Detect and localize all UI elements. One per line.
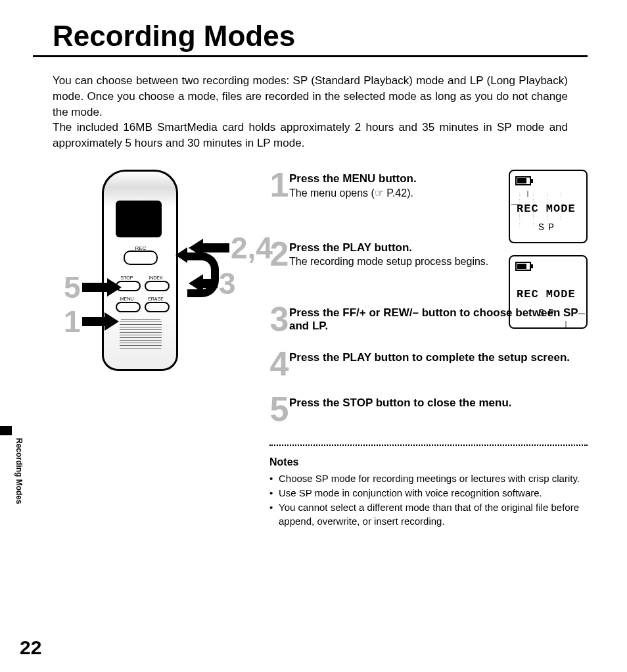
steps-column: : : : : : : :: : : : : : : REC MODE : : …	[243, 170, 588, 529]
lcd-previews: : : : : : : :: : : : : : : REC MODE : : …	[509, 170, 588, 341]
index-button-icon	[145, 281, 170, 291]
side-tab: Recording Modes	[0, 426, 33, 538]
intro-p1: You can choose between two recording mod…	[53, 74, 568, 118]
note-item: Use SP mode in conjunction with voice re…	[269, 487, 588, 500]
notes-header: Notes	[269, 456, 588, 468]
callout-arrow-1: 1	[62, 306, 119, 337]
illustration-column: Recording Modes REC STOP INDEX MENU ERAS…	[33, 170, 243, 529]
step-5: 5 Press the STOP button to close the men…	[269, 394, 588, 425]
speaker-grille-icon	[120, 319, 162, 349]
device-screen-icon	[116, 201, 162, 237]
battery-icon	[515, 262, 531, 271]
step-4: 4 Press the PLAY button to complete the …	[269, 348, 588, 379]
page-title: Recording Modes	[53, 20, 588, 53]
rec-button-icon: REC	[124, 251, 158, 265]
dotted-separator	[269, 444, 588, 446]
highlight-icon	[552, 304, 582, 324]
note-item: Choose SP mode for recording meetings or…	[269, 472, 588, 485]
note-item: You cannot select a different mode than …	[269, 501, 588, 528]
title-rule	[33, 55, 588, 57]
notes-list: Choose SP mode for recording meetings or…	[269, 472, 588, 528]
intro-p2: The included 16MB SmartMedia card holds …	[53, 121, 568, 149]
page-number: 22	[20, 636, 41, 659]
side-tab-label: Recording Modes	[14, 438, 24, 504]
intro-text: You can choose between two recording mod…	[53, 73, 568, 151]
callout-arrow-5: 5	[62, 272, 122, 302]
menu-button-icon	[116, 302, 141, 312]
lcd-preview-2: REC MODE SP	[509, 255, 588, 329]
lcd-preview-1: : : : : : : :: : : : : : : REC MODE : : …	[509, 170, 588, 243]
battery-icon	[515, 176, 531, 185]
device-illustration: REC STOP INDEX MENU ERASE 5 1	[69, 170, 207, 367]
erase-button-icon	[145, 302, 170, 312]
manual-page: Recording Modes You can choose between t…	[0, 0, 627, 672]
callout-arrow-3: 3	[189, 268, 237, 299]
